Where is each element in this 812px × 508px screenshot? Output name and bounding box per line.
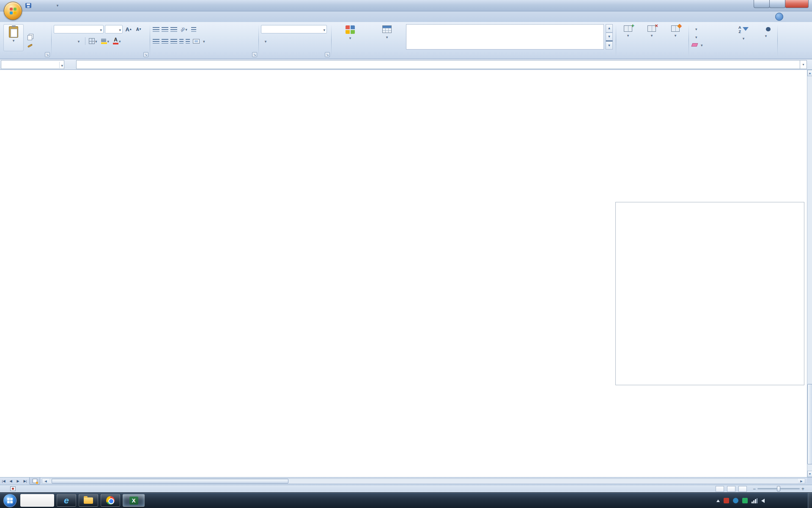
- borders-icon: [89, 38, 95, 44]
- font-color-button[interactable]: A: [112, 37, 122, 45]
- formula-input[interactable]: [76, 60, 800, 69]
- zoom-slider-thumb[interactable]: [777, 486, 780, 491]
- fill-button[interactable]: [691, 33, 699, 41]
- qat-customize-button[interactable]: [54, 2, 61, 9]
- undo-button[interactable]: [34, 2, 42, 9]
- first-sheet-button[interactable]: |◀: [0, 478, 7, 485]
- dialog-launcher-font[interactable]: ↘: [143, 52, 148, 57]
- decrease-decimal-button[interactable]: [302, 37, 310, 45]
- minimize-button[interactable]: [754, 0, 770, 8]
- normal-view-button[interactable]: [716, 486, 724, 492]
- gallery-up-button[interactable]: ▲: [606, 24, 613, 33]
- gallery-more-button[interactable]: ▼: [606, 41, 613, 50]
- align-top-icon[interactable]: [153, 27, 159, 32]
- page-break-view-button[interactable]: [738, 486, 747, 492]
- network-icon[interactable]: [752, 498, 757, 503]
- horizontal-scrollbar[interactable]: ◀ ▶: [42, 478, 805, 484]
- merge-center-button[interactable]: [192, 37, 206, 45]
- ribbon: ↘ A▴ A▾ A ↘: [0, 22, 812, 59]
- clear-button[interactable]: [691, 41, 704, 49]
- align-center-icon[interactable]: [162, 39, 168, 44]
- dialog-launcher-clipboard[interactable]: ↘: [45, 52, 50, 57]
- fill-color-button[interactable]: [100, 37, 111, 45]
- formula-bar-expand-button[interactable]: ▾: [800, 60, 807, 69]
- cut-button[interactable]: [25, 25, 36, 33]
- taskbar-ie-button[interactable]: e: [57, 494, 76, 507]
- increase-indent-icon[interactable]: [186, 39, 190, 44]
- scroll-right-arrow[interactable]: ▶: [798, 479, 805, 483]
- ribbon-group-styles: ▲ ▼ ▼: [332, 22, 616, 58]
- underline-button[interactable]: [74, 37, 83, 45]
- vertical-scrollbar[interactable]: ▲ ▼: [807, 70, 812, 477]
- gallery-down-button[interactable]: ▼: [606, 33, 613, 41]
- wrap-text-button[interactable]: [190, 25, 201, 33]
- delete-cells-button[interactable]: ×: [641, 24, 663, 52]
- dialog-launcher-alignment[interactable]: ↘: [252, 52, 257, 57]
- find-select-button[interactable]: [755, 24, 777, 52]
- orientation-button[interactable]: ab: [179, 25, 189, 33]
- copy-button[interactable]: [25, 33, 36, 41]
- tray-icon-3[interactable]: [742, 498, 748, 503]
- font-size-combo[interactable]: [105, 25, 123, 33]
- page-layout-view-button[interactable]: [727, 486, 735, 492]
- align-bottom-icon[interactable]: [170, 27, 177, 32]
- maximize-button[interactable]: [769, 0, 785, 8]
- volume-icon[interactable]: [761, 499, 765, 503]
- vertical-scroll-thumb[interactable]: [807, 384, 812, 464]
- last-sheet-button[interactable]: ▶|: [22, 478, 29, 485]
- save-button[interactable]: [25, 2, 32, 9]
- borders-button[interactable]: [88, 37, 99, 45]
- show-desktop-button[interactable]: [808, 493, 812, 508]
- chevron-down-icon: [78, 38, 80, 44]
- tray-icon-1[interactable]: [724, 498, 729, 503]
- taskbar-chrome-button[interactable]: [101, 494, 120, 507]
- bold-button[interactable]: [54, 37, 63, 45]
- comma-style-button[interactable]: [281, 37, 290, 45]
- format-as-table-button[interactable]: [369, 24, 405, 52]
- taskbar-google-button[interactable]: [20, 494, 54, 507]
- next-sheet-button[interactable]: ▶: [14, 478, 22, 485]
- macro-record-icon[interactable]: [10, 486, 16, 491]
- format-cells-button[interactable]: ◆: [664, 24, 686, 52]
- name-box[interactable]: [1, 60, 64, 69]
- start-button[interactable]: [3, 494, 16, 507]
- align-right-icon[interactable]: [170, 39, 177, 44]
- hidden-icons-button[interactable]: [716, 500, 720, 502]
- embedded-chart[interactable]: [615, 202, 804, 385]
- redo-button[interactable]: [44, 2, 52, 9]
- taskbar-excel-button[interactable]: X: [123, 494, 145, 507]
- align-left-icon[interactable]: [153, 39, 159, 44]
- office-button[interactable]: [4, 2, 22, 20]
- scroll-down-arrow[interactable]: ▼: [807, 471, 812, 477]
- grow-font-button[interactable]: A▴: [124, 25, 133, 33]
- italic-button[interactable]: [64, 37, 73, 45]
- sort-filter-button[interactable]: AZ: [733, 24, 754, 52]
- horizontal-scroll-thumb[interactable]: [52, 479, 288, 483]
- insert-worksheet-button[interactable]: [29, 478, 40, 485]
- decrease-indent-icon[interactable]: [179, 39, 184, 44]
- insert-cells-button[interactable]: +: [617, 24, 639, 52]
- zoom-out-button[interactable]: −: [753, 486, 756, 492]
- tray-icon-2[interactable]: [733, 498, 738, 503]
- prev-sheet-button[interactable]: ◀: [7, 478, 14, 485]
- dialog-launcher-number[interactable]: ↘: [325, 52, 330, 57]
- shrink-font-button[interactable]: A▾: [134, 25, 143, 33]
- chevron-down-icon: [323, 27, 325, 33]
- zoom-in-button[interactable]: +: [801, 486, 804, 492]
- help-button[interactable]: [775, 13, 783, 21]
- zoom-slider[interactable]: − +: [753, 486, 804, 492]
- percent-style-button[interactable]: [271, 37, 280, 45]
- format-painter-button[interactable]: [25, 41, 36, 50]
- paste-button[interactable]: [3, 24, 24, 51]
- close-button[interactable]: [785, 0, 809, 8]
- number-format-combo[interactable]: [261, 25, 327, 33]
- autosum-button[interactable]: [691, 25, 699, 33]
- scroll-left-arrow[interactable]: ◀: [42, 479, 49, 483]
- align-middle-icon[interactable]: [162, 27, 168, 32]
- scroll-up-arrow[interactable]: ▲: [807, 70, 812, 76]
- conditional-formatting-button[interactable]: [332, 24, 368, 52]
- accounting-format-button[interactable]: [261, 37, 270, 45]
- increase-decimal-button[interactable]: [291, 37, 300, 45]
- taskbar-explorer-button[interactable]: [79, 494, 98, 507]
- font-family-combo[interactable]: [54, 25, 104, 33]
